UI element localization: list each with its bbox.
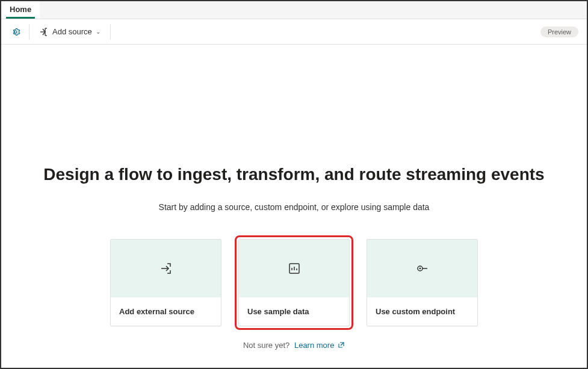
card-use-custom-endpoint[interactable]: Use custom endpoint xyxy=(367,239,478,326)
card-icon-area xyxy=(111,240,221,297)
settings-button[interactable] xyxy=(7,23,24,40)
add-source-button[interactable]: Add source ⌄ xyxy=(34,25,105,39)
learn-more-label: Learn more xyxy=(294,341,334,350)
svg-point-2 xyxy=(419,268,421,270)
not-sure-text: Not sure yet? xyxy=(243,341,289,350)
page-title: Design a flow to ingest, transform, and … xyxy=(1,165,587,184)
card-icon-area xyxy=(367,240,477,297)
card-label: Use custom endpoint xyxy=(367,297,477,326)
tab-bar: Home xyxy=(1,1,587,19)
sample-data-icon xyxy=(288,262,301,275)
main-content: Design a flow to ingest, transform, and … xyxy=(1,45,587,350)
card-icon-area xyxy=(239,240,349,297)
gear-icon xyxy=(11,27,20,37)
custom-endpoint-icon xyxy=(416,262,429,275)
card-label: Use sample data xyxy=(239,297,349,326)
tab-home-label: Home xyxy=(10,5,31,14)
toolbar: Add source ⌄ Preview xyxy=(1,19,587,45)
toolbar-divider xyxy=(110,24,111,40)
toolbar-divider xyxy=(29,24,29,40)
card-add-external-source[interactable]: Add external source xyxy=(110,239,221,326)
cards-row: Add external source Use sample data xyxy=(1,239,587,326)
card-use-sample-data[interactable]: Use sample data xyxy=(238,239,350,326)
learn-more-link[interactable]: Learn more xyxy=(294,341,345,350)
tab-home[interactable]: Home xyxy=(1,1,40,19)
preview-badge: Preview xyxy=(540,26,578,37)
add-source-label: Add source xyxy=(52,27,92,36)
external-link-icon xyxy=(338,341,345,350)
card-label: Add external source xyxy=(111,297,221,326)
page-subtitle: Start by adding a source, custom endpoin… xyxy=(1,202,587,212)
chevron-down-icon: ⌄ xyxy=(96,28,101,35)
add-source-icon xyxy=(39,27,49,37)
footer-text: Not sure yet? Learn more xyxy=(1,341,587,350)
external-source-icon xyxy=(159,262,173,275)
